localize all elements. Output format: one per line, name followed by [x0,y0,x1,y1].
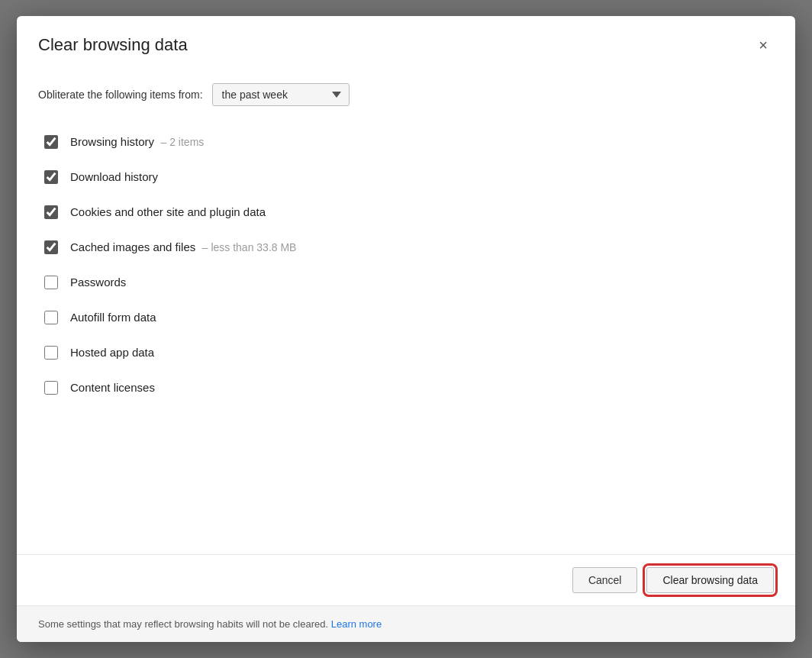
time-range-label: Obliterate the following items from: [38,89,203,101]
learn-more-link[interactable]: Learn more [331,618,382,630]
list-item: Download history [38,160,774,195]
download-history-checkbox[interactable] [44,170,58,184]
checkbox-label[interactable]: Download history [70,170,158,184]
checkbox-label[interactable]: Passwords [70,276,126,289]
list-item: Browsing history – 2 items [38,124,774,160]
time-range-select[interactable]: the past hour the past day the past week… [212,83,350,106]
dialog-notice: Some settings that may reflect browsing … [17,605,795,642]
checkbox-label[interactable]: Browsing history – 2 items [70,135,204,149]
list-item: Cached images and files – less than 33.8… [38,230,774,265]
checkbox-label[interactable]: Cached images and files – less than 33.8… [70,240,296,254]
checkbox-list: Browsing history – 2 items Download hist… [38,124,774,405]
list-item: Passwords [38,265,774,300]
autofill-checkbox[interactable] [44,311,58,324]
cookies-checkbox[interactable] [44,205,58,219]
clear-browsing-data-button[interactable]: Clear browsing data [646,567,774,593]
dialog-title: Clear browsing data [38,35,188,55]
time-range-row: Obliterate the following items from: the… [38,83,774,106]
browsing-history-checkbox[interactable] [44,135,58,149]
clear-browsing-data-dialog: Clear browsing data × Obliterate the fol… [17,16,795,642]
notice-text: Some settings that may reflect browsing … [38,618,328,630]
content-licenses-checkbox[interactable] [44,381,58,395]
cached-images-checkbox[interactable] [44,240,58,254]
checkbox-label[interactable]: Autofill form data [70,311,156,324]
list-item: Autofill form data [38,300,774,335]
list-item: Content licenses [38,370,774,405]
dialog-footer: Cancel Clear browsing data [17,554,795,605]
checkbox-label[interactable]: Content licenses [70,381,155,395]
hosted-app-data-checkbox[interactable] [44,346,58,360]
passwords-checkbox[interactable] [44,276,58,289]
checkbox-label[interactable]: Hosted app data [70,346,154,360]
dialog-body: Obliterate the following items from: the… [17,68,795,554]
dialog-header: Clear browsing data × [17,16,795,68]
list-item: Hosted app data [38,335,774,370]
cancel-button[interactable]: Cancel [572,567,638,593]
close-button[interactable]: × [752,34,774,56]
checkbox-label[interactable]: Cookies and other site and plugin data [70,205,266,219]
list-item: Cookies and other site and plugin data [38,195,774,230]
